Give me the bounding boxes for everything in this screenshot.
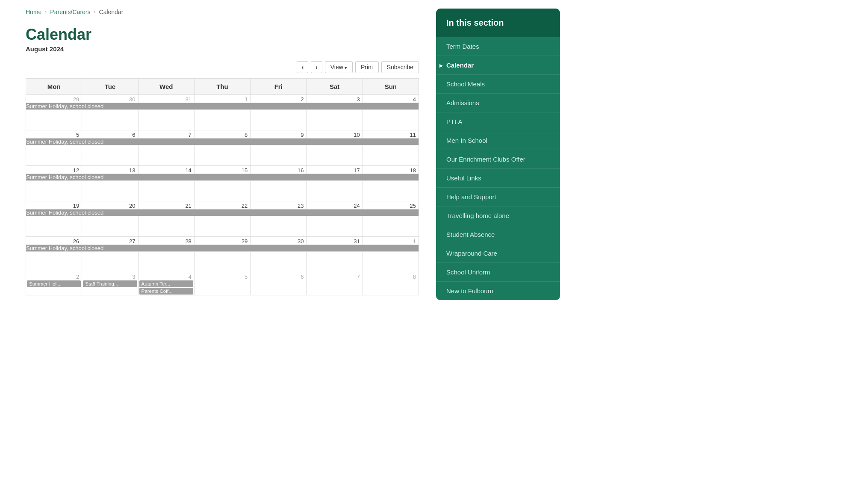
spacer-cell [251, 110, 307, 130]
print-button[interactable]: Print [355, 61, 379, 73]
page-subtitle: August 2024 [26, 45, 419, 53]
sidebar-item-men-in-school[interactable]: Men In School [436, 131, 560, 150]
day-cell: 10 [307, 130, 363, 139]
week-event[interactable]: Summer Holiday, school closed [26, 245, 419, 252]
breadcrumb-parents[interactable]: Parents/Carers [50, 9, 90, 15]
day-cell: 18 [363, 166, 419, 174]
col-mon: Mon [26, 79, 82, 95]
spacer-row [26, 252, 419, 272]
spacer-cell [363, 216, 419, 237]
subscribe-button[interactable]: Subscribe [381, 61, 419, 73]
week-event[interactable]: Summer Holiday, school closed [26, 209, 419, 216]
day-cell: 11 [363, 130, 419, 139]
sidebar-item-useful-links[interactable]: Useful Links [436, 169, 560, 188]
day-cell: 31 [307, 237, 363, 245]
col-wed: Wed [138, 79, 194, 95]
day-cell: 17 [307, 166, 363, 174]
spacer-cell [251, 216, 307, 237]
sidebar-link[interactable]: Men In School [436, 131, 560, 150]
day-cell: 12 [26, 166, 82, 174]
week-event-row: Summer Holiday, school closed [26, 139, 419, 145]
breadcrumb-current: Calendar [99, 9, 124, 15]
breadcrumb-home[interactable]: Home [26, 9, 41, 15]
day-cell: 30 [251, 237, 307, 245]
sidebar: In this section Term DatesCalendarSchool… [436, 9, 560, 491]
sidebar-item-school-uniform[interactable]: School Uniform [436, 263, 560, 282]
week-event-row: Summer Holiday, school closed [26, 174, 419, 181]
day-cell: 9 [251, 130, 307, 139]
day-cell: 3Staff Training... [82, 272, 138, 295]
col-sat: Sat [307, 79, 363, 95]
sidebar-item-school-meals[interactable]: School Meals [436, 75, 560, 94]
day-cell: 21 [138, 201, 194, 209]
sidebar-header: In this section [436, 9, 560, 37]
sidebar-link[interactable]: School Uniform [436, 263, 560, 281]
next-button[interactable]: › [311, 61, 322, 73]
day-cell: 19 [26, 201, 82, 209]
event-tag[interactable]: Autumn Ter... [139, 280, 193, 287]
spacer-cell [138, 145, 194, 166]
spacer-cell [82, 110, 138, 130]
sidebar-item-our-enrichment-clubs-offer[interactable]: Our Enrichment Clubs Offer [436, 150, 560, 169]
day-cell: 29 [26, 95, 82, 103]
col-tue: Tue [82, 79, 138, 95]
spacer-cell [26, 216, 82, 237]
spacer-cell [26, 181, 82, 201]
event-tag[interactable]: Parents Coff... [139, 288, 193, 295]
sidebar-item-ptfa[interactable]: PTFA [436, 112, 560, 131]
sidebar-link[interactable]: Wraparound Care [436, 244, 560, 262]
calendar-week-row-3: 19202122232425 [26, 201, 419, 209]
view-button[interactable]: View [325, 61, 353, 73]
event-tag[interactable]: Summer Holi... [27, 280, 81, 287]
spacer-cell [194, 252, 250, 272]
sidebar-link[interactable]: Help and Support [436, 188, 560, 206]
spacer-cell [138, 181, 194, 201]
day-cell: 5 [194, 272, 250, 295]
spacer-cell [194, 110, 250, 130]
sidebar-link[interactable]: Calendar [436, 56, 560, 74]
sidebar-link[interactable]: Useful Links [436, 169, 560, 187]
day-cell: 7 [307, 272, 363, 295]
sidebar-item-wraparound-care[interactable]: Wraparound Care [436, 244, 560, 263]
sidebar-link[interactable]: Travelling home alone [436, 206, 560, 225]
day-cell: 31 [138, 95, 194, 103]
spacer-cell [194, 145, 250, 166]
spacer-row [26, 145, 419, 166]
sidebar-item-admissions[interactable]: Admissions [436, 94, 560, 112]
sidebar-link[interactable]: Student Absence [436, 225, 560, 244]
spacer-cell [138, 216, 194, 237]
sidebar-item-term-dates[interactable]: Term Dates [436, 37, 560, 56]
sidebar-item-travelling-home-alone[interactable]: Travelling home alone [436, 206, 560, 225]
col-fri: Fri [251, 79, 307, 95]
event-tag[interactable]: Staff Training... [83, 280, 137, 287]
day-cell: 26 [26, 237, 82, 245]
sidebar-link[interactable]: School Meals [436, 75, 560, 93]
spacer-cell [26, 145, 82, 166]
spacer-cell [307, 216, 363, 237]
day-cell: 28 [138, 237, 194, 245]
sidebar-item-calendar[interactable]: Calendar [436, 56, 560, 75]
sidebar-item-new-to-fulbourn[interactable]: New to Fulbourn [436, 282, 560, 300]
day-cell: 6 [82, 130, 138, 139]
spacer-cell [363, 181, 419, 201]
sidebar-item-help-and-support[interactable]: Help and Support [436, 188, 560, 206]
breadcrumb: Home › Parents/Carers › Calendar [26, 9, 419, 15]
sidebar-link[interactable]: New to Fulbourn [436, 282, 560, 300]
day-cell: 30 [82, 95, 138, 103]
breadcrumb-sep-2: › [94, 9, 96, 15]
week-event[interactable]: Summer Holiday, school closed [26, 174, 419, 181]
prev-button[interactable]: ‹ [297, 61, 308, 73]
day-cell: 24 [307, 201, 363, 209]
week-event[interactable]: Summer Holiday, school closed [26, 103, 419, 110]
spacer-cell [251, 145, 307, 166]
sidebar-link[interactable]: Our Enrichment Clubs Offer [436, 150, 560, 168]
day-cell: 1 [194, 95, 250, 103]
sidebar-item-student-absence[interactable]: Student Absence [436, 225, 560, 244]
calendar-week-row-0: 2930311234 [26, 95, 419, 103]
day-cell: 20 [82, 201, 138, 209]
sidebar-link[interactable]: PTFA [436, 112, 560, 131]
sidebar-link[interactable]: Admissions [436, 94, 560, 112]
week-event[interactable]: Summer Holiday, school closed [26, 139, 419, 145]
sidebar-link[interactable]: Term Dates [436, 37, 560, 56]
page-title: Calendar [26, 26, 419, 44]
